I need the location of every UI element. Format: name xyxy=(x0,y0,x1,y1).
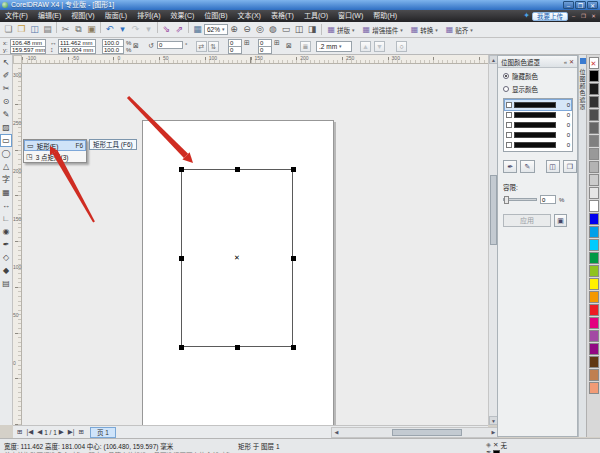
blend-tool[interactable]: ◉ xyxy=(0,225,12,238)
undo-icon[interactable]: ↶ xyxy=(103,22,116,37)
palette-swatch[interactable] xyxy=(589,343,599,355)
palette-swatch[interactable] xyxy=(589,122,599,134)
next-page-button[interactable]: ▶ xyxy=(57,428,66,436)
vertical-ruler[interactable]: 300250200150100500 xyxy=(13,64,22,425)
convert-to-curves-button[interactable]: ○ xyxy=(396,41,407,52)
palette-swatch[interactable] xyxy=(589,109,599,121)
zoom-level-combo[interactable]: 62% ▾ xyxy=(204,24,228,35)
plugin-button-3[interactable]: ▦贴齐▾ xyxy=(442,25,477,35)
export-icon[interactable]: ⇗ xyxy=(173,22,186,37)
previous-page-button[interactable]: ◀ xyxy=(35,428,44,436)
outline-width-combo[interactable]: .2 mm ▾ xyxy=(316,41,352,52)
menu-item-2[interactable]: 视图(V) xyxy=(66,10,99,22)
palette-swatch[interactable]: ✕ xyxy=(589,57,599,69)
rectangle-tool[interactable]: ▭ xyxy=(0,134,12,147)
zoom-height-icon[interactable]: ◨ xyxy=(306,22,319,37)
selection-handle[interactable] xyxy=(179,345,184,350)
plugin-button-2[interactable]: ▦转换▾ xyxy=(407,25,442,35)
apply-aux-button[interactable]: ▣ xyxy=(554,214,567,227)
open-mask-button[interactable]: ❐ xyxy=(563,160,577,173)
palette-swatch[interactable] xyxy=(589,369,599,381)
palette-swatch[interactable] xyxy=(589,174,599,186)
object-center-marker[interactable]: ✕ xyxy=(234,254,240,261)
menu-item-7[interactable]: 文本(X) xyxy=(233,10,266,22)
flyout-item-1[interactable]: ◳3 点矩形(3) xyxy=(24,151,86,162)
minimize-button[interactable]: – xyxy=(563,1,574,9)
last-page-button[interactable]: ▶| xyxy=(66,428,77,436)
smart-fill-tool[interactable]: ▨ xyxy=(0,121,12,134)
print-icon[interactable]: ▤ xyxy=(41,22,54,37)
copy-icon[interactable]: ⧉ xyxy=(72,22,85,37)
zoom-in-icon[interactable]: ⊕ xyxy=(228,22,241,37)
zoom-page-icon[interactable]: ▭ xyxy=(280,22,293,37)
app-launcher-icon[interactable]: ▦ xyxy=(191,22,204,37)
mask-checkbox[interactable] xyxy=(506,122,512,128)
corner-radius-field-4[interactable]: 0 xyxy=(258,46,272,54)
mask-checkbox[interactable] xyxy=(506,112,512,118)
corner-radius-field-2[interactable]: 0 xyxy=(228,46,242,54)
shape-tool[interactable]: ✐ xyxy=(0,69,12,82)
palette-swatch[interactable] xyxy=(589,382,599,394)
undo-dropdown-icon[interactable]: ▾ xyxy=(116,22,129,37)
palette-swatch[interactable] xyxy=(589,135,599,147)
crop-tool[interactable]: ✂ xyxy=(0,82,12,95)
palette-swatch[interactable] xyxy=(589,265,599,277)
selection-handle[interactable] xyxy=(235,345,240,350)
page-tab[interactable]: 页 1 xyxy=(90,427,116,438)
menu-item-8[interactable]: 表格(T) xyxy=(266,10,299,22)
mask-checkbox[interactable] xyxy=(506,142,512,148)
mask-row-2[interactable]: 0 xyxy=(505,120,571,130)
tolerance-field[interactable]: 0 xyxy=(540,195,556,204)
palette-swatch[interactable] xyxy=(589,96,599,108)
selection-handle[interactable] xyxy=(291,345,296,350)
doc-minimize-button[interactable]: – xyxy=(569,12,578,20)
selection-handle[interactable] xyxy=(179,167,184,172)
new-document-icon[interactable]: ❏ xyxy=(2,22,15,37)
save-mask-button[interactable]: ◫ xyxy=(546,160,560,173)
mask-row-3[interactable]: 0 xyxy=(505,130,571,140)
to-front-button[interactable]: ▲ xyxy=(360,41,371,52)
color-eyedropper-button[interactable]: ✒ xyxy=(503,160,517,173)
connector-tool[interactable]: ∟ xyxy=(0,212,12,225)
dimension-tool[interactable]: ↔ xyxy=(0,199,12,212)
doc-close-button[interactable]: ✕ xyxy=(589,12,598,20)
zoom-all-icon[interactable]: ◍ xyxy=(267,22,280,37)
mask-row-1[interactable]: 0 xyxy=(505,110,571,120)
palette-swatch[interactable] xyxy=(589,330,599,342)
interactive-fill-tool[interactable]: ▤ xyxy=(0,277,12,290)
zoom-tool[interactable]: ⊙ xyxy=(0,95,12,108)
palette-swatch[interactable] xyxy=(589,200,599,212)
edit-color-button[interactable]: ✎ xyxy=(520,160,534,173)
palette-swatch[interactable] xyxy=(589,356,599,368)
palette-swatch[interactable] xyxy=(589,252,599,264)
corner-lock-icon[interactable]: ⊠ xyxy=(286,42,292,50)
outline-tool[interactable]: ◇ xyxy=(0,251,12,264)
slider-thumb[interactable] xyxy=(504,196,509,204)
selection-handle[interactable] xyxy=(235,167,240,172)
docker-close-icon[interactable]: ✕ xyxy=(569,58,574,65)
table-tool[interactable]: ▦ xyxy=(0,186,12,199)
palette-swatch[interactable] xyxy=(589,213,599,225)
selection-handle[interactable] xyxy=(179,256,184,261)
upload-button[interactable]: 我要上传 xyxy=(532,12,568,21)
mirror-vertical-button[interactable]: ⇅ xyxy=(208,41,219,52)
show-colors-radio[interactable]: 显示颜色 xyxy=(503,84,577,94)
scale-lock-icon[interactable]: ⊠ xyxy=(133,42,139,50)
palette-swatch[interactable] xyxy=(589,226,599,238)
scroll-left-icon[interactable]: ◀ xyxy=(332,428,341,437)
ellipse-tool[interactable]: ◯ xyxy=(0,147,12,160)
palette-swatch[interactable] xyxy=(589,317,599,329)
palette-swatch[interactable] xyxy=(589,161,599,173)
import-icon[interactable]: ⇘ xyxy=(160,22,173,37)
doc-maximize-button[interactable]: ❐ xyxy=(579,12,588,20)
zoom-out-icon[interactable]: ⊖ xyxy=(241,22,254,37)
add-page-button-2[interactable]: ⊞ xyxy=(76,428,85,436)
palette-swatch[interactable] xyxy=(589,291,599,303)
hide-colors-radio[interactable]: 隐藏颜色 xyxy=(503,71,577,81)
save-icon[interactable]: ◫ xyxy=(28,22,41,37)
eyedropper-tool[interactable]: ✒ xyxy=(0,238,12,251)
mask-checkbox[interactable] xyxy=(506,102,512,108)
vertical-scrollbar[interactable]: ▲ ▼ xyxy=(488,55,497,425)
flyout-item-0[interactable]: ▭矩形(E)F6 xyxy=(24,140,86,151)
ruler-origin-box[interactable] xyxy=(13,55,22,64)
